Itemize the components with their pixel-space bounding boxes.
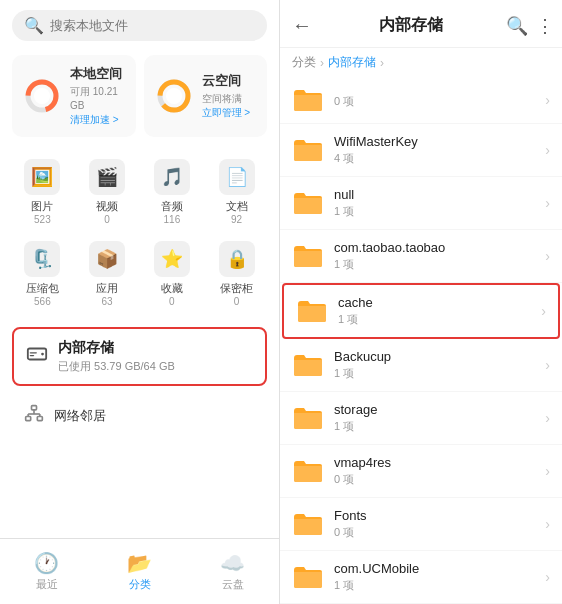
- local-storage-card[interactable]: 本地空间 可用 10.21 GB 清理加速 >: [12, 55, 136, 137]
- nav-label-云盘: 云盘: [222, 577, 244, 592]
- folder-icon-7: [292, 511, 324, 537]
- folder-icon-3: [296, 298, 328, 324]
- folder-count-0: 4 项: [334, 151, 535, 166]
- folder-count-5: 1 项: [334, 419, 535, 434]
- local-storage-donut: [22, 76, 62, 116]
- folder-info-0: WifiMasterKey 4 项: [334, 134, 535, 166]
- breadcrumb-sep2: ›: [380, 56, 384, 70]
- file-count-应用: 63: [102, 296, 113, 307]
- file-type-item-收藏[interactable]: ⭐ 收藏 0: [142, 235, 203, 313]
- nav-icon-云盘: ☁️: [220, 551, 245, 575]
- chevron-3: ›: [541, 303, 546, 319]
- internal-storage-title: 内部存储: [58, 339, 175, 357]
- svg-rect-10: [32, 406, 37, 410]
- folder-icon-first: [292, 87, 324, 113]
- chevron-1: ›: [545, 195, 550, 211]
- nav-label-分类: 分类: [129, 577, 151, 592]
- search-action-icon[interactable]: 🔍: [506, 15, 528, 37]
- folder-row-2[interactable]: com.taobao.taobao 1 项 ›: [280, 230, 562, 283]
- svg-point-7: [41, 353, 44, 356]
- network-icon: [24, 404, 44, 428]
- folder-info-2: com.taobao.taobao 1 项: [334, 240, 535, 272]
- chevron-2: ›: [545, 248, 550, 264]
- network-item[interactable]: 网络邻居: [12, 396, 267, 436]
- nav-icon-最近: 🕐: [34, 551, 59, 575]
- folder-icon-4: [292, 352, 324, 378]
- folder-info-1: null 1 项: [334, 187, 535, 219]
- search-input[interactable]: [50, 18, 255, 33]
- file-type-item-保密柜[interactable]: 🔒 保密柜 0: [206, 235, 267, 313]
- chevron-4: ›: [545, 357, 550, 373]
- file-type-item-文档[interactable]: 📄 文档 92: [206, 153, 267, 231]
- folder-row-7[interactable]: Fonts 0 项 ›: [280, 498, 562, 551]
- file-label-压缩包: 压缩包: [26, 281, 59, 296]
- folder-row-6[interactable]: vmap4res 0 项 ›: [280, 445, 562, 498]
- file-icon-收藏: ⭐: [154, 241, 190, 277]
- back-button[interactable]: ←: [288, 10, 316, 41]
- folder-list: 0 项 › WifiMasterKey 4 项 › null 1 项 ›: [280, 77, 562, 604]
- folder-row-4[interactable]: Backucup 1 项 ›: [280, 339, 562, 392]
- folder-count-2: 1 项: [334, 257, 535, 272]
- folder-name-0: WifiMasterKey: [334, 134, 535, 149]
- file-icon-保密柜: 🔒: [219, 241, 255, 277]
- breadcrumb-internal-storage[interactable]: 内部存储: [328, 54, 376, 71]
- file-icon-应用: 📦: [89, 241, 125, 277]
- svg-point-2: [34, 88, 50, 104]
- folder-icon-2: [292, 243, 324, 269]
- svg-rect-8: [30, 352, 37, 353]
- svg-rect-11: [26, 417, 31, 421]
- folder-icon-6: [292, 458, 324, 484]
- file-label-视频: 视频: [96, 199, 118, 214]
- folder-count-7: 0 项: [334, 525, 535, 540]
- file-count-文档: 92: [231, 214, 242, 225]
- file-count-收藏: 0: [169, 296, 175, 307]
- chevron-7: ›: [545, 516, 550, 532]
- folder-name-2: com.taobao.taobao: [334, 240, 535, 255]
- file-type-item-压缩包[interactable]: 🗜️ 压缩包 566: [12, 235, 73, 313]
- folder-info-first: 0 项: [334, 92, 535, 109]
- internal-storage-item[interactable]: 内部存储 已使用 53.79 GB/64 GB: [12, 327, 267, 386]
- folder-name-6: vmap4res: [334, 455, 535, 470]
- folder-row-0[interactable]: WifiMasterKey 4 项 ›: [280, 124, 562, 177]
- file-count-保密柜: 0: [234, 296, 240, 307]
- file-type-item-视频[interactable]: 🎬 视频 0: [77, 153, 138, 231]
- search-icon: 🔍: [24, 16, 44, 35]
- bottom-nav: 🕐 最近 📂 分类 ☁️ 云盘: [0, 538, 279, 604]
- nav-item-分类[interactable]: 📂 分类: [93, 545, 186, 598]
- folder-icon-0: [292, 137, 324, 163]
- svg-rect-12: [37, 417, 42, 421]
- local-storage-title: 本地空间: [70, 65, 126, 83]
- more-action-icon[interactable]: ⋮: [536, 15, 554, 37]
- nav-icon-分类: 📂: [127, 551, 152, 575]
- search-bar[interactable]: 🔍: [12, 10, 267, 41]
- file-icon-压缩包: 🗜️: [24, 241, 60, 277]
- folder-name-5: storage: [334, 402, 535, 417]
- folder-count-4: 1 项: [334, 366, 535, 381]
- file-count-视频: 0: [104, 214, 110, 225]
- svg-rect-9: [30, 355, 35, 356]
- folder-row-first[interactable]: 0 项 ›: [280, 77, 562, 124]
- chevron-6: ›: [545, 463, 550, 479]
- breadcrumb-category[interactable]: 分类: [292, 54, 316, 71]
- nav-item-最近[interactable]: 🕐 最近: [0, 545, 93, 598]
- local-storage-subtitle: 可用 10.21 GB 清理加速 >: [70, 85, 126, 127]
- file-type-item-图片[interactable]: 🖼️ 图片 523: [12, 153, 73, 231]
- breadcrumb: 分类 › 内部存储 ›: [280, 48, 562, 77]
- local-storage-info: 本地空间 可用 10.21 GB 清理加速 >: [70, 65, 126, 127]
- file-type-item-应用[interactable]: 📦 应用 63: [77, 235, 138, 313]
- left-spacer: [0, 442, 279, 538]
- cloud-storage-card[interactable]: 云空间 空间将满 立即管理 >: [144, 55, 268, 137]
- folder-row-1[interactable]: null 1 项 ›: [280, 177, 562, 230]
- folder-count-6: 0 项: [334, 472, 535, 487]
- folder-count-first: 0 项: [334, 94, 535, 109]
- folder-row-3[interactable]: cache 1 项 ›: [282, 283, 560, 339]
- folder-row-8[interactable]: com.UCMobile 1 项 ›: [280, 551, 562, 604]
- folder-name-8: com.UCMobile: [334, 561, 535, 576]
- left-panel: 🔍 本地空间 可用 10.21 GB 清理加速 >: [0, 0, 280, 604]
- file-type-item-音频[interactable]: 🎵 音频 116: [142, 153, 203, 231]
- file-label-音频: 音频: [161, 199, 183, 214]
- folder-row-5[interactable]: storage 1 项 ›: [280, 392, 562, 445]
- file-label-图片: 图片: [31, 199, 53, 214]
- nav-item-云盘[interactable]: ☁️ 云盘: [186, 545, 279, 598]
- folder-count-1: 1 项: [334, 204, 535, 219]
